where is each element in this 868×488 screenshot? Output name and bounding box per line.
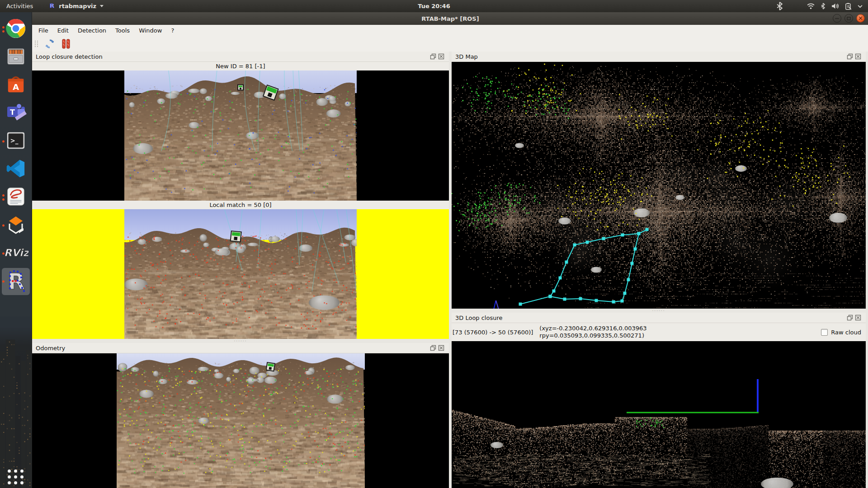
panel-title-text: Odometry xyxy=(36,345,65,352)
close-panel-button[interactable] xyxy=(855,314,861,321)
loop-3d-info-row: [73 (57600) -> 50 (57600)] (xyz=-0.23004… xyxy=(452,323,866,341)
raw-cloud-label: Raw cloud xyxy=(831,329,861,336)
document-app-icon xyxy=(5,186,26,209)
horizontal-splitter[interactable]: ······ xyxy=(452,309,866,313)
menu-help[interactable]: ? xyxy=(166,26,179,35)
svg-text:A: A xyxy=(13,82,19,92)
menu-tools[interactable]: Tools xyxy=(111,26,134,35)
horizontal-splitter[interactable]: ······ xyxy=(32,339,449,343)
rtabmap-app-icon: R xyxy=(49,2,56,10)
dock-item-terminal[interactable]: >_ xyxy=(2,128,30,155)
gazebo-icon xyxy=(5,214,27,237)
bluetooth-large-icon[interactable] xyxy=(776,2,783,10)
close-button[interactable]: ✕ xyxy=(856,14,865,23)
panel-title-text: Loop closure detection xyxy=(36,53,103,60)
running-indicator xyxy=(2,281,5,283)
map-3d-panel: 3D Map ······ 3D Loop closure xyxy=(452,52,868,488)
new-id-image-row xyxy=(32,70,449,201)
terminal-icon: >_ xyxy=(5,131,26,152)
svg-text:RViz: RViz xyxy=(4,247,28,258)
show-applications-button[interactable] xyxy=(8,469,24,484)
top-system-bar: Activities R rtabmapviz Tue 20:46 xyxy=(0,0,868,12)
menu-window[interactable]: Window xyxy=(134,26,166,35)
refresh-button[interactable] xyxy=(44,38,56,50)
maximize-button[interactable] xyxy=(844,14,853,23)
vscode-icon xyxy=(5,158,26,181)
dock-item-file-cabinet[interactable] xyxy=(2,44,30,71)
running-indicator xyxy=(2,141,5,143)
rtabmap-icon: R xyxy=(5,269,27,294)
loop-3d-viewport-wrap xyxy=(452,341,866,488)
minimize-button[interactable] xyxy=(833,14,841,23)
camera-image-odometry xyxy=(117,353,365,488)
close-panel-button[interactable] xyxy=(438,53,444,60)
activities-button[interactable]: Activities xyxy=(0,0,39,12)
panel-title-text: 3D Loop closure xyxy=(455,314,503,321)
map-3d-panel-title: 3D Map xyxy=(452,52,866,62)
app-menu[interactable]: R rtabmapviz xyxy=(49,2,104,10)
loop-closure-panel-title: Loop closure detection xyxy=(32,52,449,62)
panel-title-text: 3D Map xyxy=(455,53,478,60)
loop-match-ids: [73 (57600) -> 50 (57600)] xyxy=(453,329,533,336)
window-title: RTAB-Map* [ROS] xyxy=(421,15,479,22)
chevron-down-icon[interactable] xyxy=(858,5,863,8)
odometry-image-row xyxy=(32,353,449,488)
app-menu-label: rtabmapviz xyxy=(59,3,96,9)
clock[interactable]: Tue 20:46 xyxy=(418,3,450,9)
map-3d-viewport[interactable] xyxy=(452,62,866,309)
running-indicator xyxy=(2,194,5,201)
dock-item-gazebo[interactable] xyxy=(2,212,30,239)
running-indicator xyxy=(2,225,5,227)
dock-item-teams[interactable]: T xyxy=(2,100,30,127)
running-indicator xyxy=(2,253,5,255)
svg-text:R: R xyxy=(50,2,54,9)
dock-item-vscode[interactable] xyxy=(2,156,30,183)
running-indicator xyxy=(2,26,5,33)
raw-cloud-checkbox[interactable] xyxy=(821,329,828,336)
loop-3d-viewport[interactable] xyxy=(452,341,866,488)
file-cabinet-icon xyxy=(5,46,26,69)
map-3d-viewport-wrap xyxy=(452,62,866,309)
dock-item-ubuntu-software[interactable]: A xyxy=(2,72,30,99)
dock-item-document-app[interactable] xyxy=(2,184,30,211)
odometry-panel-title: Odometry xyxy=(32,343,449,353)
svg-text:T: T xyxy=(10,108,15,117)
menu-detection[interactable]: Detection xyxy=(73,26,111,35)
loop-3d-panel-title: 3D Loop closure xyxy=(452,313,866,323)
float-panel-button[interactable] xyxy=(430,53,436,60)
pause-button[interactable] xyxy=(60,38,72,50)
window-titlebar[interactable]: RTAB-Map* [ROS] ✕ xyxy=(32,12,868,25)
chrome-icon xyxy=(5,18,27,41)
raw-cloud-option: Raw cloud xyxy=(821,329,861,336)
close-panel-button[interactable] xyxy=(855,53,861,60)
menu-bar: File Edit Detection Tools Window ? xyxy=(32,25,868,36)
local-match-image-row xyxy=(32,209,449,339)
float-panel-button[interactable] xyxy=(430,345,436,351)
svg-text:>_: >_ xyxy=(10,137,19,145)
bluetooth-icon[interactable] xyxy=(821,3,826,9)
rviz-icon: RViz xyxy=(3,246,28,261)
teams-icon: T xyxy=(5,102,27,125)
volume-icon[interactable] xyxy=(831,3,839,9)
dock-item-chrome[interactable] xyxy=(2,16,30,43)
rtabmap-window: RTAB-Map* [ROS] ✕ File Edit Detection To… xyxy=(32,12,868,488)
battery-icon[interactable] xyxy=(845,3,852,10)
toolbar-drag-handle[interactable] xyxy=(35,41,38,47)
new-id-label: New ID = 81 [-1] xyxy=(32,62,449,70)
system-tray xyxy=(776,2,868,10)
loop-closure-panel: Loop closure detection New ID = 81 [-1] … xyxy=(32,52,449,488)
launcher-dock: A T xyxy=(0,12,32,488)
dock-item-rtabmap[interactable]: R xyxy=(2,268,30,295)
loop-transform-values: (xyz=-0.230042,0.629316,0.003963rpy=0.03… xyxy=(539,325,646,339)
local-match-label: Local match = 50 [0] xyxy=(32,201,449,209)
ubuntu-software-icon: A xyxy=(5,74,26,97)
close-panel-button[interactable] xyxy=(438,345,444,351)
menu-edit[interactable]: Edit xyxy=(53,26,73,35)
dock-item-rviz[interactable]: RViz xyxy=(2,240,30,267)
float-panel-button[interactable] xyxy=(847,53,853,60)
wifi-icon[interactable] xyxy=(807,3,815,9)
chevron-down-icon xyxy=(100,5,104,7)
float-panel-button[interactable] xyxy=(847,314,853,321)
camera-image-local-match xyxy=(124,209,357,339)
menu-file[interactable]: File xyxy=(34,26,53,35)
